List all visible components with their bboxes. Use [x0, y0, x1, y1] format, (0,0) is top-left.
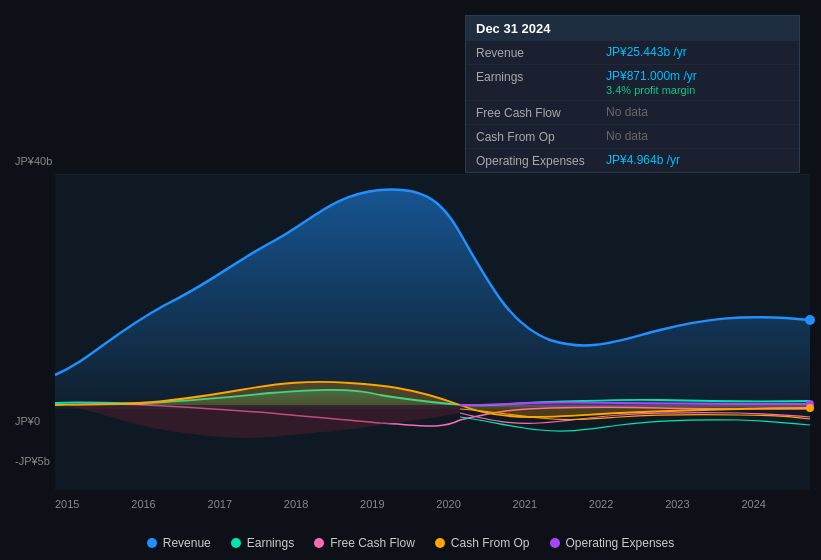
legend-item-revenue[interactable]: Revenue [147, 536, 211, 550]
legend-label-opex: Operating Expenses [566, 536, 675, 550]
x-label-2020: 2020 [436, 498, 460, 510]
tooltip-label-earnings: Earnings [476, 69, 606, 84]
tooltip-label-cashfromop: Cash From Op [476, 129, 606, 144]
tooltip-row-cashfromop: Cash From Op No data [466, 125, 799, 149]
legend-dot-opex [550, 538, 560, 548]
tooltip-label-fcf: Free Cash Flow [476, 105, 606, 120]
x-label-2019: 2019 [360, 498, 384, 510]
x-label-2017: 2017 [208, 498, 232, 510]
x-label-2016: 2016 [131, 498, 155, 510]
legend-item-earnings[interactable]: Earnings [231, 536, 294, 550]
legend-label-fcf: Free Cash Flow [330, 536, 415, 550]
x-label-2015: 2015 [55, 498, 79, 510]
tooltip-label-opex: Operating Expenses [476, 153, 606, 168]
legend-dot-earnings [231, 538, 241, 548]
legend-label-cashfromop: Cash From Op [451, 536, 530, 550]
tooltip-panel: Dec 31 2024 Revenue JP¥25.443b /yr Earni… [465, 15, 800, 173]
legend-dot-revenue [147, 538, 157, 548]
chart-legend: Revenue Earnings Free Cash Flow Cash Fro… [0, 536, 821, 550]
legend-item-fcf[interactable]: Free Cash Flow [314, 536, 415, 550]
x-label-2022: 2022 [589, 498, 613, 510]
legend-label-earnings: Earnings [247, 536, 294, 550]
x-label-2023: 2023 [665, 498, 689, 510]
tooltip-value-fcf: No data [606, 105, 648, 119]
legend-label-revenue: Revenue [163, 536, 211, 550]
tooltip-title: Dec 31 2024 [466, 16, 799, 41]
x-axis-labels: 2015 2016 2017 2018 2019 2020 2021 2022 … [0, 498, 821, 510]
cashfromop-endpoint [806, 404, 814, 412]
revenue-endpoint [805, 315, 815, 325]
tooltip-row-opex: Operating Expenses JP¥4.964b /yr [466, 149, 799, 172]
tooltip-label-revenue: Revenue [476, 45, 606, 60]
tooltip-value-revenue: JP¥25.443b /yr [606, 45, 687, 59]
legend-dot-fcf [314, 538, 324, 548]
legend-item-cashfromop[interactable]: Cash From Op [435, 536, 530, 550]
tooltip-row-earnings: Earnings JP¥871.000m /yr 3.4% profit mar… [466, 65, 799, 101]
x-label-2024: 2024 [741, 498, 765, 510]
x-label-2018: 2018 [284, 498, 308, 510]
tooltip-value-earnings: JP¥871.000m /yr [606, 69, 697, 83]
x-label-2021: 2021 [513, 498, 537, 510]
legend-item-opex[interactable]: Operating Expenses [550, 536, 675, 550]
legend-dot-cashfromop [435, 538, 445, 548]
tooltip-row-fcf: Free Cash Flow No data [466, 101, 799, 125]
tooltip-value-cashfromop: No data [606, 129, 648, 143]
tooltip-value-opex: JP¥4.964b /yr [606, 153, 680, 167]
tooltip-profit-margin: 3.4% profit margin [606, 84, 697, 96]
tooltip-earnings-block: JP¥871.000m /yr 3.4% profit margin [606, 69, 697, 96]
chart-svg [0, 165, 821, 495]
tooltip-row-revenue: Revenue JP¥25.443b /yr [466, 41, 799, 65]
